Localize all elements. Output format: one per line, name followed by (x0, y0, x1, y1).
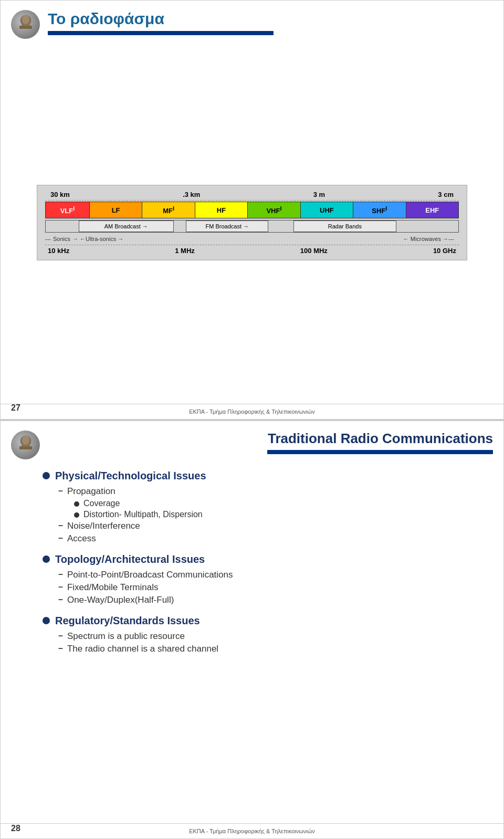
sub-text-ptp: Point-to-Point/Broadcast Communications (67, 570, 233, 580)
sub-items-physical: – Propagation Coverage Distortion- Multi… (43, 486, 472, 544)
slide-27: Το ραδιοφάσμα 30 km .3 km 3 m 3 cm VL (0, 0, 504, 419)
sub-items-regulatory: – Spectrum is a public resource – The ra… (43, 631, 472, 654)
band-lf: LF (90, 202, 142, 218)
slide2-logo (11, 431, 40, 459)
page-number-28: 28 (11, 824, 20, 833)
slide-title-area: Το ραδιοφάσμα (43, 10, 493, 35)
freq-label-3cm: 3 cm (438, 191, 454, 198)
sub-fixed-mobile: – Fixed/Mobile Terminals (58, 582, 472, 593)
band-ehf: EHF (406, 202, 458, 218)
bullet-dot-topology (43, 555, 50, 563)
sub-spectrum-public: – Spectrum is a public resource (58, 631, 472, 642)
page-number-27: 27 (11, 403, 20, 413)
bullet-section-regulatory: Regulatory/Standards Issues – Spectrum i… (43, 615, 472, 654)
band-shf: SHFI (353, 202, 406, 218)
sub-sub-distortion: Distortion- Multipath, Dispersion (74, 510, 472, 519)
sub-text-propagation: Propagation (67, 486, 116, 497)
slide2-footer: ΕΚΠΑ - Τμήμα Πληροφορικής & Τηλεπικοινων… (1, 823, 503, 838)
logo (11, 10, 43, 41)
bottom-freq-labels: 10 kHz 1 MHz 100 MHz 10 GHz (45, 247, 459, 255)
sub-access: – Access (58, 533, 472, 544)
distortion-text: Distortion- Multipath, Dispersion (83, 510, 203, 519)
freq-bottom-10khz: 10 kHz (48, 247, 69, 255)
coverage-text: Coverage (83, 499, 120, 508)
slide2-header: Traditional Radio Communications (1, 421, 503, 459)
slide2-title-bar (267, 450, 493, 454)
sub-noise: – Noise/Interference (58, 521, 472, 531)
spectrum-content: 30 km .3 km 3 m 3 cm VLFI LF MFI (1, 41, 503, 404)
bullet-text-physical: Physical/Technological Issues (55, 470, 206, 482)
sub-text-oneway: One-Way/Duplex(Half-Full) (67, 595, 174, 605)
slide-header: Το ραδιοφάσμα (1, 1, 503, 41)
bullet-main-topology: Topology/Architectural Issues (43, 553, 472, 565)
sub-text-access: Access (67, 533, 96, 544)
sub-text-shared: The radio channel is a shared channel (67, 644, 218, 654)
bullet-dot-regulatory (43, 617, 50, 624)
freq-bottom-10ghz: 10 GHz (433, 247, 456, 255)
bullet-section-topology: Topology/Architectural Issues – Point-to… (43, 553, 472, 605)
radar-bands-box: Radar Bands (293, 221, 397, 232)
freq-label-30km: 30 km (50, 191, 70, 198)
band-mf: MFI (142, 202, 195, 218)
slide-title: Το ραδιοφάσμα (48, 10, 493, 28)
freq-label-03km: .3 km (183, 191, 200, 198)
am-broadcast-box: AM Broadcast → (79, 221, 174, 232)
svg-point-1 (22, 15, 29, 24)
bullet-text-regulatory: Regulatory/Standards Issues (55, 615, 200, 627)
freq-bottom-100mhz: 100 MHz (300, 247, 328, 255)
sub-text-noise: Noise/Interference (67, 521, 140, 531)
spectrum-diagram: 30 km .3 km 3 m 3 cm VLFI LF MFI (37, 185, 467, 260)
bullet-section-physical: Physical/Technological Issues – Propagat… (43, 470, 472, 544)
svg-rect-3 (19, 26, 32, 29)
slide1-footer: ΕΚΠΑ - Τμήμα Πληροφορικής & Τηλεπικοινων… (1, 404, 503, 419)
title-bar (48, 31, 274, 35)
sub-sub-coverage: Coverage (74, 499, 472, 508)
freq-bands-row: VLFI LF MFI HF VHFI UHF (45, 202, 459, 218)
bullet-dot-physical (43, 472, 50, 479)
sub-items-topology: – Point-to-Point/Broadcast Communication… (43, 570, 472, 605)
svg-rect-7 (19, 446, 32, 449)
sub-one-way: – One-Way/Duplex(Half-Full) (58, 595, 472, 605)
freq-bottom-1mhz: 1 MHz (175, 247, 195, 255)
sub-point-to-point: – Point-to-Point/Broadcast Communication… (58, 570, 472, 580)
sub-propagation: – Propagation (58, 486, 472, 497)
bullet-main-physical: Physical/Technological Issues (43, 470, 472, 482)
svg-point-5 (22, 435, 29, 445)
top-freq-labels: 30 km .3 km 3 m 3 cm (45, 191, 459, 198)
band-vhf: VHFI (248, 202, 300, 218)
slide-28: Traditional Radio Communications Physica… (0, 419, 504, 839)
band-vlf: VLFI (46, 202, 90, 218)
services-row: AM Broadcast → FM Broadcast → Radar Band… (45, 220, 459, 233)
fm-broadcast-box: FM Broadcast → (186, 221, 268, 232)
sub-text-spectrum: Spectrum is a public resource (67, 631, 185, 642)
bullet-main-regulatory: Regulatory/Standards Issues (43, 615, 472, 627)
sub-sub-propagation: Coverage Distortion- Multipath, Dispersi… (58, 499, 472, 519)
sub-text-fixed: Fixed/Mobile Terminals (67, 582, 159, 593)
slide2-title-area: Traditional Radio Communications (40, 431, 493, 454)
slide2-content: Physical/Technological Issues – Propagat… (1, 459, 503, 823)
freq-label-3m: 3 m (313, 191, 325, 198)
band-hf: HF (195, 202, 248, 218)
bullet-text-topology: Topology/Architectural Issues (55, 553, 205, 565)
band-uhf: UHF (301, 202, 353, 218)
sub-shared-channel: – The radio channel is a shared channel (58, 644, 472, 654)
sonics-row: --- Sonics → ←Ultra-sonics → ← Microwave… (45, 234, 459, 244)
slide2-title: Traditional Radio Communications (45, 431, 493, 447)
